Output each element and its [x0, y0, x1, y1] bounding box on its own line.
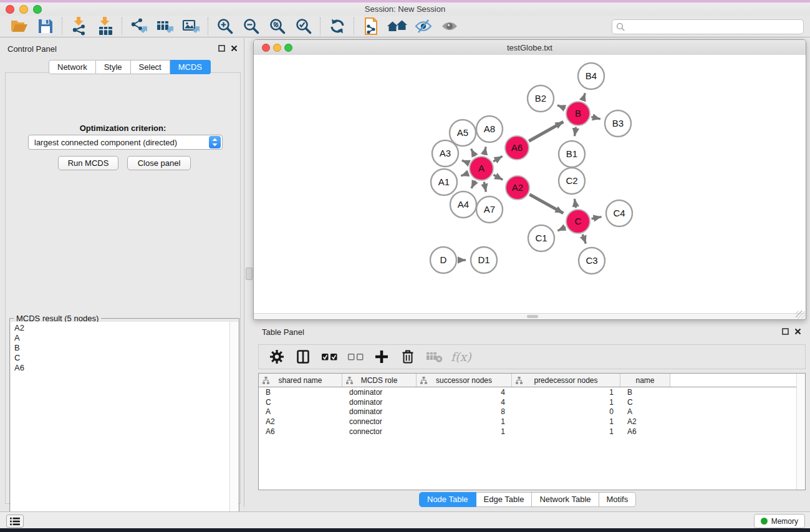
graph-edge-A-A1[interactable] — [461, 173, 468, 176]
graph-edge-C-C2[interactable] — [574, 199, 576, 208]
graph-edge-A-A8[interactable] — [484, 147, 486, 155]
result-list-item[interactable]: A2 — [11, 323, 229, 333]
graph-node-C3[interactable]: C3 — [579, 248, 605, 274]
save-icon[interactable] — [32, 16, 59, 36]
result-list-item[interactable]: A6 — [11, 363, 229, 373]
graph-edge-A-A2[interactable] — [493, 175, 503, 180]
network-window-titlebar[interactable]: testGlobe.txt — [254, 40, 806, 56]
float-panel-icon[interactable] — [218, 45, 225, 52]
tab-style[interactable]: Style — [96, 60, 131, 74]
table-row[interactable]: A2connector11A2 — [259, 417, 796, 427]
result-list-item[interactable]: B — [11, 343, 229, 353]
graph-node-B3[interactable]: B3 — [605, 110, 631, 137]
export-network-icon[interactable] — [126, 16, 152, 36]
refresh-icon[interactable] — [324, 16, 350, 36]
graph-edge-A-A5[interactable] — [471, 149, 475, 157]
home-icon[interactable] — [384, 16, 410, 36]
graph-edge-A-A6[interactable] — [493, 157, 503, 162]
tab-network-table[interactable]: Network Table — [532, 492, 599, 507]
open-icon[interactable] — [6, 16, 32, 36]
graph-node-A8[interactable]: A8 — [476, 116, 503, 142]
export-table-icon[interactable] — [152, 16, 178, 36]
graph-node-B2[interactable]: B2 — [528, 85, 554, 112]
graph-node-C1[interactable]: C1 — [528, 225, 554, 251]
close-table-panel-icon[interactable] — [794, 328, 801, 335]
network-from-file-icon[interactable] — [358, 16, 384, 36]
columns-icon[interactable] — [294, 347, 312, 366]
graph-node-B[interactable]: B — [566, 102, 590, 125]
table-row[interactable]: A6connector11A6 — [259, 427, 796, 437]
deselect-all-icon[interactable] — [346, 347, 365, 366]
function-icon[interactable]: f(x) — [451, 347, 471, 366]
delete-table-icon[interactable] — [425, 347, 443, 366]
graph-edge-A6-B[interactable] — [529, 122, 563, 141]
tab-select[interactable]: Select — [131, 60, 170, 74]
tab-edge-table[interactable]: Edge Table — [476, 492, 533, 507]
graph-node-D[interactable]: D — [430, 247, 456, 273]
settings-icon[interactable] — [268, 347, 286, 366]
graph-edge-A2-C[interactable] — [529, 195, 563, 213]
graph-node-B1[interactable]: B1 — [559, 141, 585, 167]
import-network-icon[interactable] — [66, 16, 92, 36]
graph-node-A[interactable]: A — [470, 157, 493, 180]
graph-node-A6[interactable]: A6 — [505, 136, 529, 160]
table-row[interactable]: Cdominator41C — [259, 397, 796, 407]
graph-edge-B-B3[interactable] — [591, 117, 600, 119]
zoom-window-button[interactable] — [33, 5, 42, 14]
network-zoom-button[interactable] — [284, 44, 292, 52]
search-input[interactable] — [625, 22, 799, 32]
graph-edge-A-A3[interactable] — [462, 160, 469, 163]
table-row[interactable]: Adominator80A — [259, 407, 796, 417]
graph-edge-C-C1[interactable] — [557, 227, 566, 231]
tab-network[interactable]: Network — [49, 60, 96, 74]
memory-button[interactable]: Memory — [754, 514, 805, 528]
graph-edge-B-B1[interactable] — [574, 127, 576, 137]
delete-icon[interactable] — [398, 347, 417, 366]
criterion-dropdown[interactable]: largest connected component (directed) — [28, 135, 223, 150]
graph-node-C[interactable]: C — [566, 210, 590, 233]
graph-node-A2[interactable]: A2 — [506, 176, 529, 200]
hide-panels-icon[interactable] — [410, 16, 436, 36]
graph-node-C2[interactable]: C2 — [559, 168, 585, 194]
resize-grip-icon[interactable] — [796, 311, 805, 319]
tab-node-table[interactable]: Node Table — [419, 492, 476, 507]
network-minimize-button[interactable] — [273, 44, 281, 52]
graph-node-B4[interactable]: B4 — [578, 63, 604, 89]
scrollbar-thumb[interactable] — [527, 315, 538, 318]
run-mcds-button[interactable]: Run MCDS — [58, 156, 118, 170]
result-list-item[interactable]: C — [11, 353, 229, 363]
graph-edge-C-C3[interactable] — [582, 235, 586, 244]
column-header-predecessor-nodes[interactable]: predecessor nodes — [512, 374, 620, 387]
graph-edge-A-A7[interactable] — [484, 182, 486, 192]
graph-node-A3[interactable]: A3 — [432, 140, 458, 167]
task-history-button[interactable] — [6, 515, 24, 528]
splitter-handle[interactable] — [246, 268, 253, 280]
column-header-shared-name[interactable]: shared name — [259, 374, 342, 387]
show-eye-icon[interactable] — [436, 16, 463, 36]
zoom-in-icon[interactable] — [212, 16, 238, 36]
table-vertical-scrollbar[interactable] — [796, 374, 805, 490]
graph-node-A5[interactable]: A5 — [450, 120, 476, 146]
search-field[interactable] — [612, 19, 804, 34]
table-row[interactable]: Bdominator41B — [259, 387, 796, 397]
graph-edge-C-C4[interactable] — [592, 217, 602, 219]
network-horizontal-scrollbar[interactable] — [254, 313, 806, 319]
graph-node-C4[interactable]: C4 — [606, 200, 632, 226]
column-header-successor-nodes[interactable]: successor nodes — [417, 374, 512, 387]
close-panel-button[interactable]: Close panel — [127, 156, 191, 170]
graph-edge-B-B2[interactable] — [557, 105, 566, 109]
network-close-button[interactable] — [262, 44, 270, 52]
graph-node-D1[interactable]: D1 — [471, 247, 497, 273]
tab-mcds[interactable]: MCDS — [170, 60, 211, 74]
network-canvas[interactable]: B4B2BB3A8A5A6A3B1AC2A1A2A4A7C4CC1C3DD1 — [254, 55, 806, 314]
result-list-item[interactable]: A — [11, 333, 229, 343]
graph-edge-B-B4[interactable] — [582, 93, 585, 100]
zoom-fit-icon[interactable] — [264, 16, 291, 36]
close-window-button[interactable] — [6, 5, 14, 14]
float-table-panel-icon[interactable] — [782, 328, 789, 335]
column-header-name[interactable]: name — [620, 374, 670, 387]
select-all-icon[interactable] — [320, 347, 339, 366]
tab-motifs[interactable]: Motifs — [599, 492, 637, 507]
zoom-out-icon[interactable] — [238, 16, 264, 36]
close-panel-icon[interactable] — [231, 45, 238, 52]
